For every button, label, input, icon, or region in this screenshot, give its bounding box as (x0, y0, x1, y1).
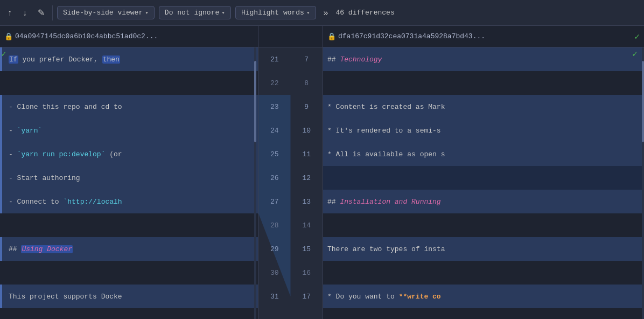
more-button[interactable]: » (320, 6, 332, 20)
gutter-row-2: 22 8 (258, 71, 323, 95)
viewer-dropdown[interactable]: Side-by-side viewer ▾ (57, 6, 155, 19)
left-panel: ✓ If you prefer Docker, then - Clone thi… (0, 47, 258, 319)
right-row-4: * It's rendered to a semi-s (323, 119, 644, 142)
right-row-6 (323, 166, 644, 190)
edit-button[interactable]: ✎ (34, 5, 48, 20)
file-header-mid (258, 26, 323, 47)
right-row-11: * Do you want to **write co (323, 285, 644, 308)
right-panel: ✓ ## Technology * Content is created as … (323, 47, 644, 319)
left-row-2 (0, 71, 258, 95)
right-check-icon-2: ✓ (632, 48, 638, 59)
app-container: ↑ ↓ ✎ Side-by-side viewer ▾ Do not ignor… (0, 0, 644, 319)
left-row-1: If you prefer Docker, then (0, 47, 258, 71)
right-scrollbar[interactable] (642, 47, 644, 319)
diff-count: 46 differences (335, 9, 394, 17)
left-scrollbar[interactable] (254, 47, 256, 319)
highlight-dropdown[interactable]: Highlight words ▾ (235, 6, 316, 19)
gutter-row-1: 21 7 (258, 47, 323, 71)
diff-area: ✓ If you prefer Docker, then - Clone thi… (0, 47, 644, 319)
gutter-row-4: 24 10 (258, 119, 323, 142)
right-scrollbar-thumb (642, 61, 644, 142)
scroll-down-button[interactable]: ↓ (19, 6, 30, 20)
right-check-icon: ✓ (634, 31, 640, 42)
left-row-11: This project supports Docke (0, 285, 258, 308)
left-row-4: - `yarn` (0, 119, 258, 142)
right-file-hash: dfa167c91d32cea0731a4a5928a7bd43... (338, 32, 485, 40)
left-row-8 (0, 213, 258, 237)
left-row-10 (0, 261, 258, 285)
left-file-header: 🔒 04a0947145dc0a6b10c4abbc51ad0c2... (0, 26, 258, 47)
viewer-label: Side-by-side viewer (63, 9, 143, 17)
ignore-chevron: ▾ (221, 9, 225, 16)
line-numbers: 21 7 22 8 23 9 24 10 (258, 47, 323, 308)
right-row-3: * Content is created as Mark (323, 95, 644, 119)
right-row-2 (323, 71, 644, 95)
left-row-7: - Connect to `http://localh (0, 190, 258, 213)
left-row-6: - Start authoring (0, 166, 258, 190)
right-row-9: There are two types of insta (323, 237, 644, 261)
right-row-5: * All is available as open s (323, 142, 644, 166)
left-row-9: ## Using Docker (0, 237, 258, 261)
viewer-chevron: ▾ (145, 9, 149, 16)
right-row-7: ## Installation and Running (323, 190, 644, 213)
ignore-dropdown[interactable]: Do not ignore ▾ (159, 6, 231, 19)
right-row-10 (323, 261, 644, 285)
highlight-chevron: ▾ (306, 9, 310, 16)
gutter-row-7: 27 13 (258, 190, 323, 213)
gutter-row-5: 25 11 (258, 142, 323, 166)
gutter-row-8: 28 14 (258, 213, 323, 237)
right-lock-icon: 🔒 (327, 32, 336, 41)
left-check-icon: ✓ (1, 48, 6, 59)
highlight-label: Highlight words (241, 9, 304, 17)
gutter-row-11: 31 17 (258, 285, 323, 308)
left-scrollbar-thumb (254, 61, 256, 142)
separator-1 (52, 5, 53, 20)
gutter-row-10: 30 16 (258, 261, 323, 285)
gutter-row-6: 26 12 (258, 166, 323, 190)
gutter-row-9: 29 15 (258, 237, 323, 261)
left-row-3: - Clone this repo and cd to (0, 95, 258, 119)
right-file-header: 🔒 dfa167c91d32cea0731a4a5928a7bd43... ✓ (323, 26, 644, 47)
left-file-hash: 04a0947145dc0a6b10c4abbc51ad0c2... (15, 32, 158, 40)
right-row-1: ## Technology (323, 47, 644, 71)
toolbar: ↑ ↓ ✎ Side-by-side viewer ▾ Do not ignor… (0, 0, 644, 26)
right-row-8 (323, 213, 644, 237)
left-lock-icon: 🔒 (4, 32, 13, 41)
gutter-row-3: 23 9 (258, 95, 323, 119)
connector-col: 21 7 22 8 23 9 24 10 (258, 47, 323, 319)
file-headers: 🔒 04a0947145dc0a6b10c4abbc51ad0c2... 🔒 d… (0, 26, 644, 47)
scroll-up-button[interactable]: ↑ (4, 6, 15, 20)
ignore-label: Do not ignore (165, 9, 219, 17)
left-row-5: - `yarn run pc:develop` (or (0, 142, 258, 166)
